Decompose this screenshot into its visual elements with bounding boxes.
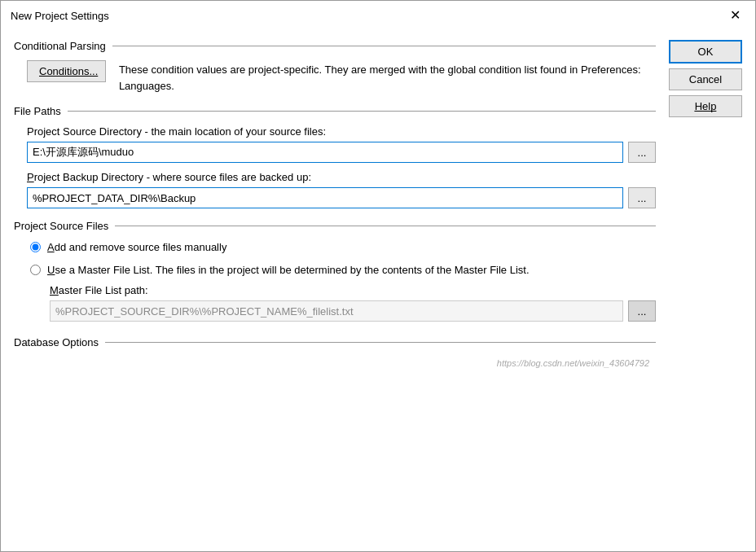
master-file-label: Master File List path:: [50, 284, 656, 296]
master-file-section: Master File List path: ...: [27, 284, 656, 322]
backup-dir-label: Project Backup Directory - where source …: [27, 171, 656, 183]
backup-dir-input[interactable]: [27, 187, 623, 208]
conditions-button[interactable]: Conditions...: [27, 60, 106, 82]
conditional-parsing-divider: [112, 46, 656, 46]
backup-dir-browse-button[interactable]: ...: [628, 187, 656, 208]
database-options-title: Database Options: [14, 336, 99, 348]
conditions-description: These condition values are project-speci…: [119, 60, 656, 94]
project-source-files-title: Project Source Files: [14, 220, 108, 232]
source-dir-browse-button[interactable]: ...: [628, 142, 656, 163]
title-bar: New Project Settings ✕: [1, 1, 755, 30]
close-button[interactable]: ✕: [725, 7, 745, 24]
help-button-label: Help: [695, 100, 717, 112]
watermark: https://blog.csdn.net/weixin_43604792: [14, 357, 656, 373]
source-dir-input[interactable]: [27, 142, 623, 163]
conditional-parsing-title: Conditional Parsing: [14, 40, 106, 52]
cancel-button[interactable]: Cancel: [669, 68, 742, 90]
file-paths-header: File Paths: [14, 105, 656, 117]
database-options-header: Database Options: [14, 336, 656, 348]
file-paths-title: File Paths: [14, 105, 61, 117]
backup-dir-label-text: Project Backup Directory - where source …: [27, 171, 311, 183]
radio-master-file-item: Use a Master File List. The files in the…: [30, 263, 656, 278]
dialog-title: New Project Settings: [11, 10, 109, 22]
project-source-files-header: Project Source Files: [14, 220, 656, 232]
master-file-browse-button[interactable]: ...: [628, 300, 656, 322]
file-paths-divider: [68, 111, 656, 112]
conditional-parsing-body: Conditions... These condition values are…: [14, 60, 656, 94]
radio-group: Add and remove source files manually Use…: [27, 240, 656, 278]
file-paths-body: Project Source Directory - the main loca…: [14, 125, 656, 208]
radio-add-manually-label[interactable]: Add and remove source files manually: [47, 240, 226, 255]
project-source-files-body: Add and remove source files manually Use…: [14, 240, 656, 322]
radio-add-manually[interactable]: [30, 242, 41, 252]
project-source-files-divider: [115, 226, 656, 226]
source-dir-row: ...: [27, 142, 656, 163]
master-file-input[interactable]: [50, 300, 623, 322]
dialog-window: New Project Settings ✕ Conditional Parsi…: [0, 0, 756, 552]
radio-master-file-label[interactable]: Use a Master File List. The files in the…: [47, 263, 530, 278]
database-options-divider: [105, 342, 656, 343]
help-button[interactable]: Help: [669, 95, 742, 117]
dialog-body: Conditional Parsing Conditions... These …: [1, 30, 755, 551]
radio-master-file[interactable]: [30, 265, 41, 275]
ok-button[interactable]: OK: [669, 40, 742, 64]
sidebar-buttons: OK Cancel Help: [669, 40, 742, 541]
conditions-row: Conditions... These condition values are…: [27, 60, 656, 94]
backup-dir-row: ...: [27, 187, 656, 208]
radio-add-manually-item: Add and remove source files manually: [30, 240, 656, 255]
master-file-row: ...: [50, 300, 656, 322]
conditional-parsing-header: Conditional Parsing: [14, 40, 656, 52]
source-dir-label: Project Source Directory - the main loca…: [27, 125, 656, 138]
main-content: Conditional Parsing Conditions... These …: [14, 40, 669, 541]
